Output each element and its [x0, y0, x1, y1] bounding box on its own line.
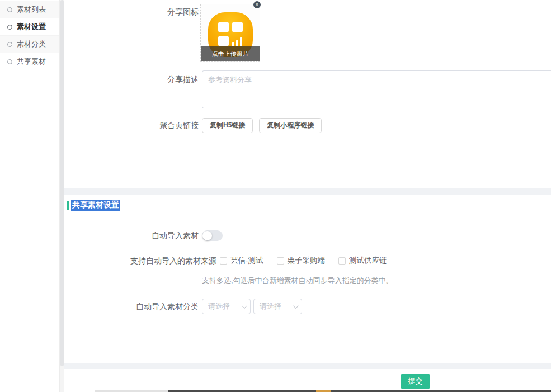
checkbox-source-yunxin-test[interactable]: 芸信-测试	[220, 256, 263, 266]
checkbox-icon[interactable]	[277, 257, 284, 265]
shared-material-settings-header: 共享素材设置	[67, 200, 120, 210]
horizontal-scrollbar-thumb[interactable]	[168, 390, 551, 392]
submit-button[interactable]: 提交	[401, 374, 430, 389]
radio-circle-icon	[7, 7, 12, 12]
radio-circle-icon	[7, 59, 12, 64]
checkbox-label: 芸信-测试	[230, 256, 263, 266]
chevron-down-icon	[242, 303, 247, 309]
checkbox-icon[interactable]	[338, 257, 346, 265]
aggregate-link-label: 聚合页链接	[64, 118, 199, 133]
page: 素材列表 素材设置 素材分类 共享素材 分享图标	[0, 0, 551, 392]
share-icon-label: 分享图标	[64, 4, 199, 17]
section-divider	[64, 188, 551, 195]
category-select-level2[interactable]: 请选择	[253, 299, 302, 314]
auto-import-label: 自动导入素材	[64, 230, 199, 241]
share-description-row: 分享描述 参考资料分享	[64, 70, 551, 108]
checkbox-icon[interactable]	[220, 257, 227, 265]
vertical-scrollbar[interactable]	[60, 0, 64, 392]
import-sources-label: 支持自动导入的素材来源	[64, 256, 216, 266]
footer-divider	[64, 363, 551, 369]
checkbox-label: 测试供应链	[349, 256, 387, 266]
sidebar-item-label: 素材分类	[17, 39, 46, 49]
import-sources-row: 支持自动导入的素材来源 芸信-测试 栗子采购端 测试供应链	[64, 256, 551, 266]
main-content: 分享图标 点击上传照片 × 分享描述 参考资料分享 聚合页链接 复制H5链接 复…	[64, 0, 551, 392]
checkbox-label: 栗子采购端	[288, 256, 326, 266]
import-sources-hint: 支持多选,勾选后中台新增素材自动同步导入指定的分类中。	[202, 276, 393, 286]
share-description-label: 分享描述	[64, 70, 199, 85]
sidebar-item-label: 素材列表	[17, 4, 46, 15]
section-title: 共享素材设置	[71, 200, 120, 211]
select-placeholder: 请选择	[260, 301, 281, 311]
import-category-row: 自动导入素材分类 请选择 请选择	[64, 299, 551, 314]
share-description-input[interactable]: 参考资料分享	[202, 70, 551, 108]
toggle-knob	[202, 231, 212, 240]
aggregate-link-row: 聚合页链接 复制H5链接 复制小程序链接	[64, 118, 551, 133]
sidebar-item-label: 素材设置	[17, 22, 46, 32]
upload-overlay-label[interactable]: 点击上传照片	[201, 46, 260, 61]
category-select-level1[interactable]: 请选择	[202, 299, 251, 314]
select-placeholder: 请选择	[208, 301, 230, 311]
section-accent-bar	[67, 201, 69, 210]
vertical-scrollbar-thumb[interactable]	[60, 0, 64, 366]
grid-chart-icon	[218, 22, 243, 46]
sidebar: 素材列表 素材设置 素材分类 共享素材	[0, 0, 60, 392]
checkbox-source-test-supply-chain[interactable]: 测试供应链	[338, 256, 387, 266]
sidebar-item-material-category[interactable]: 素材分类	[0, 36, 59, 53]
sidebar-item-label: 共享素材	[17, 56, 46, 67]
icon-upload-box[interactable]: 点击上传照片 ×	[200, 4, 260, 62]
close-icon[interactable]: ×	[253, 1, 261, 8]
auto-import-row: 自动导入素材	[64, 230, 551, 241]
radio-circle-icon	[7, 42, 12, 47]
chevron-down-icon	[293, 303, 299, 309]
horizontal-scrollbar-accent	[316, 390, 331, 392]
auto-import-toggle[interactable]	[202, 230, 223, 241]
radio-circle-icon	[7, 25, 12, 30]
share-icon-row: 分享图标 点击上传照片 ×	[64, 4, 551, 62]
import-category-label: 自动导入素材分类	[64, 299, 199, 314]
sidebar-item-material-settings[interactable]: 素材设置	[0, 18, 59, 36]
copy-h5-link-button[interactable]: 复制H5链接	[202, 118, 253, 133]
copy-miniprogram-link-button[interactable]: 复制小程序链接	[259, 118, 322, 133]
sidebar-item-material-list[interactable]: 素材列表	[0, 1, 59, 18]
sidebar-item-shared-material[interactable]: 共享素材	[0, 53, 59, 70]
checkbox-source-lizi-procurement[interactable]: 栗子采购端	[277, 256, 326, 266]
